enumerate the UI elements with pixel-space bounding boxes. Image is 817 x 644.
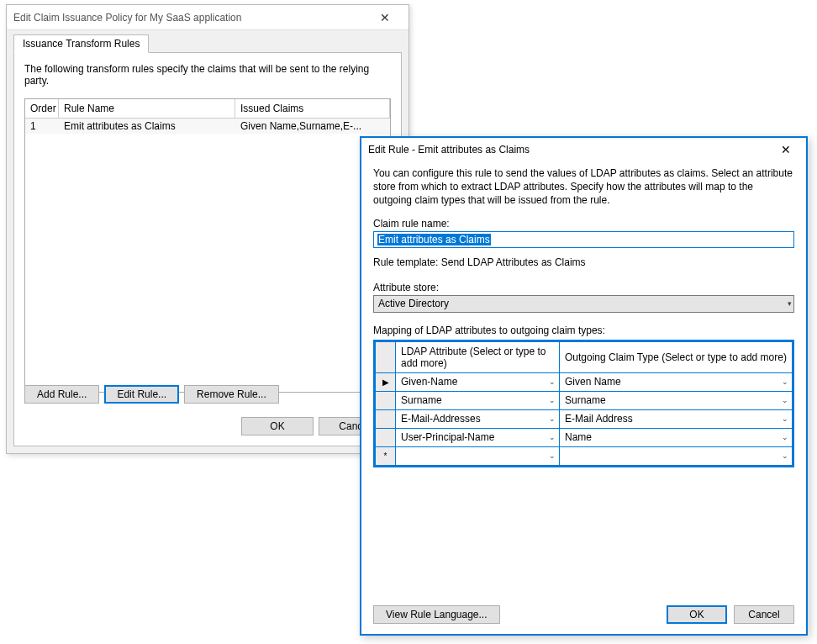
table-row[interactable]: 1 Emit attributes as Claims Given Name,S… <box>25 119 390 134</box>
col-rule-name[interactable]: Rule Name <box>59 99 235 118</box>
edit-rule-dialog: Edit Rule - Emit attributes as Claims ✕ … <box>360 136 808 636</box>
edit-rule-ok-cancel: OK Cancel <box>667 605 794 624</box>
tab-panel: The following transform rules specify th… <box>13 52 402 446</box>
parent-titlebar: Edit Claim Issuance Policy for My SaaS a… <box>7 5 408 30</box>
claim-type-cell[interactable]: ⌄ <box>560 447 792 465</box>
col-issued-claims[interactable]: Issued Claims <box>235 99 390 118</box>
edit-claim-issuance-policy-dialog: Edit Claim Issuance Policy for My SaaS a… <box>6 4 409 454</box>
claim-rule-name-input[interactable]: Emit attributes as Claims <box>373 231 794 248</box>
claim-type-cell[interactable]: Given Name⌄ <box>560 373 792 391</box>
edit-rule-button[interactable]: Edit Rule... <box>104 385 179 404</box>
row-marker: ▶ <box>376 372 396 391</box>
cell-issued-claims: Given Name,Surname,E-... <box>235 119 390 134</box>
mapping-table: LDAP Attribute (Select or type to add mo… <box>373 340 794 467</box>
row-marker <box>376 428 396 446</box>
chevron-down-icon: ⌄ <box>549 451 556 460</box>
claim-type-cell[interactable]: Surname⌄ <box>560 392 792 409</box>
attribute-store-label: Attribute store: <box>373 282 794 293</box>
add-rule-button[interactable]: Add Rule... <box>24 385 99 404</box>
cancel-button[interactable]: Cancel <box>734 605 794 624</box>
attribute-store-dropdown[interactable]: Active Directory ▾ <box>373 295 794 313</box>
chevron-down-icon: ⌄ <box>549 377 556 386</box>
cell-rule-name: Emit attributes as Claims <box>59 119 235 134</box>
ldap-attribute-cell[interactable]: Surname⌄ <box>396 392 559 409</box>
close-icon[interactable]: ✕ <box>769 139 803 161</box>
chevron-down-icon: ▾ <box>788 299 792 308</box>
rules-table-header: Order Rule Name Issued Claims <box>25 99 390 119</box>
chevron-down-icon: ⌄ <box>549 414 556 423</box>
rules-description: The following transform rules specify th… <box>24 63 391 87</box>
row-marker <box>376 409 396 428</box>
rule-template-text: Rule template: Send LDAP Attributes as C… <box>373 256 794 268</box>
view-rule-language-button[interactable]: View Rule Language... <box>373 605 500 624</box>
ldap-attribute-cell[interactable]: ⌄ <box>396 447 559 465</box>
mapping-header-row: LDAP Attribute (Select or type to add mo… <box>376 341 793 372</box>
chevron-down-icon: ⌄ <box>782 396 788 404</box>
edit-rule-body: You can configure this rule to send the … <box>361 161 806 478</box>
tab-issuance-transform-rules[interactable]: Issuance Transform Rules <box>13 34 149 53</box>
close-icon[interactable]: ✕ <box>368 5 402 30</box>
chevron-down-icon: ⌄ <box>782 451 788 460</box>
attribute-store-value: Active Directory <box>378 298 449 309</box>
chevron-down-icon: ⌄ <box>782 433 788 441</box>
ok-button[interactable]: OK <box>241 417 314 435</box>
chevron-down-icon: ⌄ <box>782 377 788 386</box>
mapping-row[interactable]: Surname⌄ Surname⌄ <box>376 391 793 409</box>
mapping-row[interactable]: User-Principal-Name⌄ Name⌄ <box>376 428 793 446</box>
cell-order: 1 <box>25 119 59 134</box>
edit-rule-instructions: You can configure this rule to send the … <box>373 166 794 208</box>
col-ldap-attribute[interactable]: LDAP Attribute (Select or type to add mo… <box>396 341 560 372</box>
row-marker <box>376 391 396 409</box>
mapping-label: Mapping of LDAP attributes to outgoing c… <box>373 325 794 336</box>
claim-type-cell[interactable]: E-Mail Address⌄ <box>560 410 792 428</box>
mapping-row-new[interactable]: * ⌄ ⌄ <box>376 446 793 465</box>
col-order[interactable]: Order <box>25 99 59 118</box>
parent-title: Edit Claim Issuance Policy for My SaaS a… <box>13 5 241 30</box>
chevron-down-icon: ⌄ <box>549 396 556 404</box>
row-marker: * <box>376 446 396 465</box>
remove-rule-button[interactable]: Remove Rule... <box>184 385 279 404</box>
ldap-attribute-cell[interactable]: Given-Name⌄ <box>396 373 559 391</box>
edit-rule-footer: View Rule Language... OK Cancel <box>373 605 794 624</box>
parent-body: Issuance Transform Rules The following t… <box>7 30 408 453</box>
col-outgoing-claim-type[interactable]: Outgoing Claim Type (Select or type to a… <box>560 341 793 372</box>
mapping-row[interactable]: E-Mail-Addresses⌄ E-Mail Address⌄ <box>376 409 793 428</box>
row-header-blank <box>376 341 396 372</box>
edit-rule-title: Edit Rule - Emit attributes as Claims <box>368 144 530 156</box>
edit-rule-titlebar: Edit Rule - Emit attributes as Claims ✕ <box>361 138 806 161</box>
claim-rule-name-value: Emit attributes as Claims <box>377 234 491 245</box>
ldap-attribute-cell[interactable]: User-Principal-Name⌄ <box>396 429 559 446</box>
rules-table: Order Rule Name Issued Claims 1 Emit att… <box>24 98 391 393</box>
mapping-row[interactable]: ▶ Given-Name⌄ Given Name⌄ <box>376 372 793 391</box>
claim-rule-name-label: Claim rule name: <box>373 218 794 230</box>
chevron-down-icon: ⌄ <box>549 433 556 441</box>
ldap-attribute-cell[interactable]: E-Mail-Addresses⌄ <box>396 410 559 428</box>
chevron-down-icon: ⌄ <box>782 414 788 423</box>
ok-button[interactable]: OK <box>667 605 727 624</box>
rule-buttons-row: Add Rule... Edit Rule... Remove Rule... <box>24 385 279 404</box>
claim-type-cell[interactable]: Name⌄ <box>560 429 792 446</box>
